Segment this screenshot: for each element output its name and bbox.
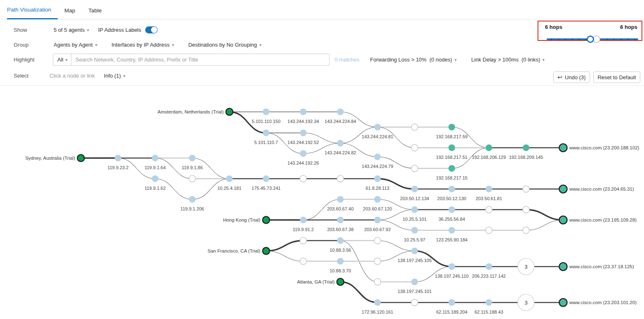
graph-node-unk[interactable] (411, 144, 418, 151)
graph-node-10.25.5.97[interactable] (411, 227, 418, 234)
graph-node-62.115.189.204[interactable] (448, 299, 455, 306)
graph-node-119.9.1.206[interactable] (189, 196, 196, 203)
graph-node-203.60.67.92[interactable] (374, 217, 381, 223)
graph-node-unk[interactable] (411, 299, 418, 306)
graph-node-203.50.12.134[interactable] (411, 186, 418, 192)
graph-node-www.cisco.com-23.195.109.28-[interactable] (559, 216, 567, 224)
graph-node-119.9.1.86[interactable] (189, 155, 196, 161)
graph-node-unk[interactable] (337, 175, 344, 182)
graph-node-www.cisco.com-23.204.65.31-[interactable] (559, 185, 567, 193)
destination-label: www.cisco.com (23.37.18.125) (569, 264, 634, 269)
graph-link[interactable] (526, 220, 563, 230)
graph-node-203.60.67.40[interactable] (337, 196, 344, 203)
graph-node-203.60.67.38[interactable] (337, 217, 344, 223)
graph-node-119.9.91.2[interactable] (300, 217, 307, 223)
graph-node-172.96.120.161[interactable] (374, 299, 381, 306)
graph-node-5.101.110.7[interactable] (263, 130, 269, 136)
graph-node-10.88.3.70[interactable] (337, 258, 344, 265)
graph-node-203.60.67.120[interactable] (374, 196, 381, 203)
graph-node-unk[interactable] (523, 206, 529, 213)
slider-tick (627, 39, 629, 40)
graph-node-www.cisco.com-23.37.18.125-[interactable] (559, 263, 567, 271)
graph-link[interactable] (266, 251, 303, 261)
graph-node-192.168.209.145[interactable] (523, 144, 529, 151)
forwarding-loss-dropdown[interactable]: Forwarding Loss > 10% (0 nodes) (370, 57, 456, 63)
link-delay-dropdown[interactable]: Link Delay > 100ms (0 links) (471, 57, 545, 63)
tab-table[interactable]: Table (82, 7, 108, 19)
tab-path-visualization[interactable]: Path Visualization (7, 7, 58, 19)
graph-node-unk[interactable] (300, 175, 307, 182)
graph-node-119.9.1.62[interactable] (152, 175, 158, 182)
info-dropdown[interactable]: Info (1) (104, 73, 125, 79)
graph-node-unk[interactable] (300, 258, 307, 265)
graph-node-unk[interactable] (523, 227, 529, 234)
graph-node-203.50.61.81[interactable] (486, 186, 492, 192)
graph-node-sydney-australia-trial-[interactable] (78, 155, 85, 162)
graph-node-san-francisco-ca-trial-[interactable] (263, 248, 270, 255)
graph-node-175.45.73.241[interactable] (263, 175, 269, 182)
group-interfaces-dropdown[interactable]: Interfaces by IP Address (111, 42, 174, 48)
graph-node-123.255.90.184[interactable] (448, 227, 455, 234)
graph-node-143.244.192.52[interactable] (300, 130, 307, 136)
graph-node-143.244.192.26[interactable] (300, 150, 307, 157)
hops-slider[interactable] (547, 35, 638, 43)
graph-node-119.9.1.64[interactable] (152, 155, 158, 161)
node-ip-label: 206.223.117.142 (472, 274, 506, 279)
ip-address-labels-toggle[interactable] (145, 26, 158, 33)
graph-node-143.244.224.81[interactable] (374, 124, 381, 130)
graph-node-10.25.5.101[interactable] (411, 206, 418, 213)
graph-node-atlanta-ga-trial-[interactable] (337, 279, 344, 286)
graph-link[interactable] (526, 210, 563, 220)
graph-node-www.cisco.com-23.200.188.102-[interactable] (559, 144, 567, 152)
agents-count-dropdown[interactable]: 5 of 5 agents (54, 27, 89, 33)
graph-node-unk[interactable] (374, 279, 381, 285)
graph-node-192.168.217.15[interactable] (448, 165, 455, 172)
graph-node-143.244.224.82[interactable] (337, 140, 344, 147)
graph-node-unk[interactable] (374, 258, 381, 265)
graph-node-amsterdam-netherlands-trial-[interactable] (226, 109, 233, 116)
graph-node-192.168.206.129[interactable] (486, 144, 492, 151)
reset-to-default-button[interactable]: Reset to Default (593, 71, 640, 83)
graph-node-unk[interactable] (411, 165, 418, 172)
graph-node-unk[interactable] (486, 227, 492, 234)
graph-node-10.88.3.56[interactable] (337, 237, 344, 244)
graph-node-unk[interactable] (374, 237, 381, 244)
highlight-search-input[interactable] (71, 54, 330, 66)
graph-node-5.101.110.150[interactable] (263, 109, 269, 115)
graph-node-unk[interactable] (189, 175, 196, 182)
node-ip-label: 143.244.192.26 (288, 161, 319, 165)
graph-node-unk[interactable] (300, 237, 307, 244)
graph-node-unk[interactable] (523, 186, 529, 192)
tab-map[interactable]: Map (58, 7, 82, 19)
graph-node-119.9.23.2[interactable] (115, 155, 121, 161)
graph-node-143.244.192.34[interactable] (300, 109, 307, 115)
graph-link[interactable] (266, 241, 303, 251)
highlight-scope-dropdown[interactable]: All (53, 54, 71, 66)
graph-node-unk[interactable] (486, 206, 492, 213)
hops-slider-handle-right[interactable] (593, 35, 600, 43)
graph-node-61.8.28.113[interactable] (374, 175, 381, 182)
graph-node-143.244.224.79[interactable] (374, 154, 381, 160)
node-ip-label: 138.197.245.101 (398, 289, 432, 294)
graph-node-hong-kong-trial-[interactable] (263, 217, 270, 224)
graph-node-unk[interactable] (411, 124, 418, 130)
slider-tick (620, 39, 622, 40)
group-agents-dropdown[interactable]: Agents by Agent (54, 42, 97, 48)
graph-node-www.cisco.com-23.203.101.20-[interactable] (559, 299, 567, 307)
graph-node-10.25.4.181[interactable] (226, 175, 233, 182)
graph-node-36.255.56.84[interactable] (448, 206, 455, 213)
graph-node-203.50.12.130[interactable] (448, 186, 455, 192)
graph-node-192.168.217.51[interactable] (448, 144, 455, 151)
graph-node-192.168.217.59[interactable] (448, 124, 455, 130)
graph-node-138.197.245.110[interactable] (448, 263, 455, 270)
graph-link[interactable] (340, 282, 377, 302)
hops-slider-handle-left[interactable] (587, 35, 594, 43)
graph-node-138.197.245.101[interactable] (411, 279, 418, 285)
graph-node-143.244.224.84[interactable] (337, 109, 344, 115)
undo-button[interactable]: Undo (3) (553, 71, 590, 83)
graph-node-138.197.245.105[interactable] (411, 248, 418, 254)
graph-node-206.223.117.142[interactable] (486, 263, 492, 270)
group-destinations-dropdown[interactable]: Destinations by No Grouping (188, 42, 261, 48)
undo-button-label: Undo (3) (565, 74, 586, 80)
graph-node-62.115.188.43[interactable] (486, 299, 492, 306)
